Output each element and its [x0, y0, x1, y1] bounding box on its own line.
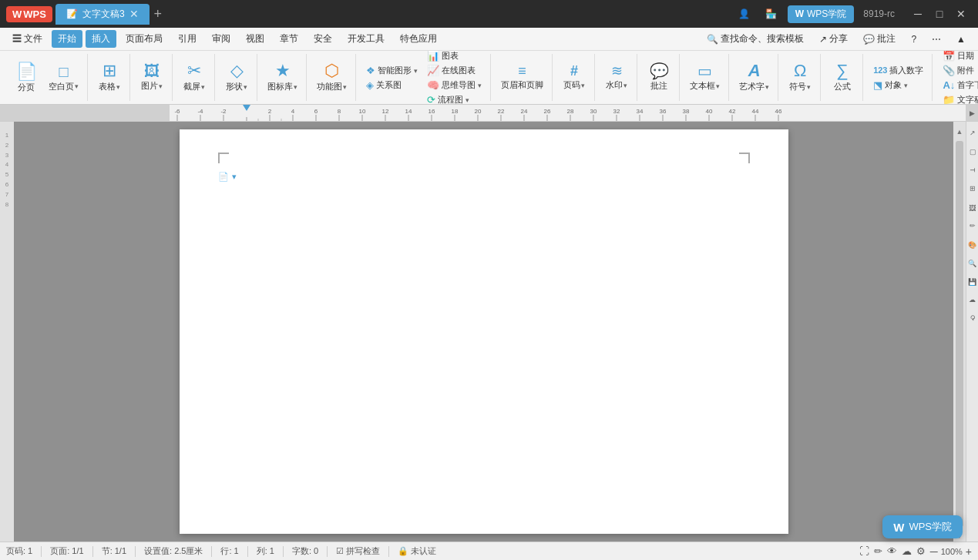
document-scroll-area[interactable]: 📄 ▾	[14, 122, 953, 542]
far-right-table-btn[interactable]: ⊞	[967, 180, 978, 197]
formula-button[interactable]: ∑ 公式	[827, 56, 858, 99]
far-right-select-btn[interactable]: ▢	[967, 143, 978, 160]
menu-item-home[interactable]: 开始	[52, 30, 82, 48]
status-view-mode-button[interactable]: 👁	[887, 545, 897, 557]
store-icon-button[interactable]: 🏪	[761, 7, 781, 21]
blank-page-button[interactable]: □ 空白页 ▾	[45, 56, 82, 99]
search-command-button[interactable]: 🔍 查找命令、搜索模板	[701, 30, 810, 48]
far-right-refresh-btn[interactable]: ⟳	[967, 310, 978, 327]
spell-check-button[interactable]: ☑ 拼写检查	[336, 545, 380, 557]
attachment-icon: 📎	[943, 65, 955, 76]
date-button[interactable]: 📅 日期	[939, 51, 978, 62]
chart-button[interactable]: 📊 图表	[423, 51, 486, 62]
document-type-button[interactable]: 📄 ▾	[218, 172, 237, 182]
menu-item-section[interactable]: 章节	[274, 30, 304, 48]
status-settings-button[interactable]: ⚙	[916, 545, 926, 557]
maximize-button[interactable]: □	[929, 3, 950, 25]
window-controls: ─ □ ✕	[907, 3, 972, 25]
image-caret: ▾	[159, 82, 163, 90]
far-right-cursor-btn[interactable]: ↖	[967, 125, 978, 142]
far-right-save-btn[interactable]: 💾	[967, 273, 978, 290]
watermark-button[interactable]: ≋ 水印 ▾	[601, 56, 632, 99]
menu-item-file[interactable]: ☰ 文件	[6, 30, 49, 48]
page-count-label: 页码: 1	[6, 545, 32, 557]
mind-map-button[interactable]: 🧠 思维导图 ▾	[423, 78, 486, 92]
table-button[interactable]: ⊞ 表格 ▾	[94, 56, 125, 99]
minimize-button[interactable]: ─	[907, 3, 929, 25]
page-number-button[interactable]: # 页码 ▾	[559, 56, 590, 99]
close-button[interactable]: ✕	[950, 3, 972, 25]
svg-text:28: 28	[567, 108, 574, 115]
tab-close-button[interactable]: ✕	[129, 8, 139, 20]
flow-chart-icon: ⟳	[427, 94, 435, 106]
menu-item-review[interactable]: 审阅	[206, 30, 237, 48]
wps-academy-corner-badge[interactable]: W WPS学院	[882, 515, 963, 538]
file-text-button[interactable]: 📁 文字稿部	[939, 92, 978, 105]
scroll-thumb[interactable]	[956, 141, 963, 527]
comment-button[interactable]: 💬 批注	[857, 30, 902, 48]
far-right-cloud-btn[interactable]: ☁	[967, 291, 978, 308]
status-cloud-button[interactable]: ☁	[902, 545, 912, 557]
far-right-image-btn[interactable]: 🖼	[967, 199, 978, 216]
iconlib-caret: ▾	[294, 83, 297, 91]
account-icon-button[interactable]: 👤	[734, 7, 755, 21]
page-break-button[interactable]: 📄 分页	[11, 56, 42, 99]
auth-label: 未认证	[411, 545, 436, 557]
flow-chart-button[interactable]: ⟳ 流程图 ▾	[423, 92, 486, 105]
share-button[interactable]: ↗ 分享	[813, 30, 854, 48]
function-diagram-button[interactable]: ⬡ 功能图 ▾	[313, 56, 351, 99]
more-button[interactable]: ⋯	[926, 32, 947, 47]
icon-library-button[interactable]: ★ 图标库 ▾	[264, 56, 301, 99]
help-button[interactable]: ?	[905, 32, 923, 47]
ruler-expand-button[interactable]: ▶	[966, 105, 978, 122]
symbol-button[interactable]: Ω 符号 ▾	[785, 56, 815, 99]
far-right-draw-btn[interactable]: ✏	[967, 217, 978, 234]
image-button[interactable]: 🖼 图片 ▾	[136, 56, 167, 99]
relation-diagram-button[interactable]: ◈ 关系图	[362, 78, 422, 92]
svg-marker-55	[243, 105, 250, 111]
smart-graphic-button[interactable]: ❖ 智能图形 ▾	[362, 63, 422, 77]
menu-item-view[interactable]: 视图	[240, 30, 271, 48]
document-tab[interactable]: 📝 文字文稿3 ✕	[55, 4, 150, 25]
insert-number-button[interactable]: 123 插入数字	[869, 63, 927, 77]
object-button[interactable]: ⬔ 对象 ▾	[869, 78, 927, 92]
menu-item-special[interactable]: 特色应用	[394, 30, 443, 48]
share-icon: ↗	[819, 34, 827, 45]
new-tab-button[interactable]: +	[150, 6, 167, 22]
collapse-ribbon-button[interactable]: ▲	[950, 32, 972, 47]
zoom-plus-button[interactable]: +	[966, 546, 972, 557]
ruler-content[interactable]: -6 -4 -2 2 4 6 8 10 12	[170, 105, 966, 121]
menu-bar: ☰ 文件 开始 插入 页面布局 引用 审阅 视图 章节 安全 开发工具 特色应用…	[0, 28, 978, 51]
status-fullscreen-button[interactable]: ⛶	[859, 545, 869, 557]
shape-button[interactable]: ◇ 形状 ▾	[221, 56, 252, 99]
icon-library-icon: ★	[275, 62, 291, 79]
blank-page-caret: ▾	[75, 82, 79, 90]
comment-insert-button[interactable]: 💬 批注	[644, 56, 674, 99]
far-right-search-btn[interactable]: 🔍	[967, 254, 978, 271]
far-right-format-btn[interactable]: 🎨	[967, 236, 978, 253]
attachment-button[interactable]: 📎 附件	[939, 63, 978, 77]
menu-item-layout[interactable]: 页面布局	[119, 30, 169, 48]
margin-num-8: 8	[5, 200, 8, 210]
insert-number-icon: 123	[873, 65, 887, 75]
screenshot-button[interactable]: ✂ 截屏 ▾	[179, 56, 210, 99]
header-footer-button[interactable]: ≡ 页眉和页脚	[497, 56, 547, 99]
status-edit-button[interactable]: ✏	[874, 545, 882, 557]
wps-menu-button[interactable]: W WPS	[6, 6, 52, 22]
zoom-minus-button[interactable]: ─	[930, 546, 938, 557]
wordart-button[interactable]: A 艺术字 ▾	[735, 56, 773, 99]
online-chart-button[interactable]: 📈 在线图表	[423, 63, 486, 77]
document-content[interactable]	[234, 176, 734, 542]
menu-item-security[interactable]: 安全	[308, 30, 338, 48]
auth-status-button[interactable]: 🔒 未认证	[398, 545, 436, 557]
far-right-text-btn[interactable]: T	[967, 162, 978, 179]
drop-cap-button[interactable]: A↓ 首字下沉	[939, 78, 978, 92]
document-page[interactable]: 📄 ▾	[180, 129, 788, 534]
scroll-up-button[interactable]: ▲	[954, 126, 965, 137]
wps-academy-button[interactable]: W WPS学院	[788, 5, 855, 23]
menu-item-reference[interactable]: 引用	[172, 30, 203, 48]
menu-item-dev[interactable]: 开发工具	[341, 30, 391, 48]
wps-academy-corner-logo: W	[893, 521, 904, 534]
textbox-button[interactable]: ▭ 文本框 ▾	[686, 56, 724, 99]
menu-item-insert[interactable]: 插入	[86, 30, 116, 48]
